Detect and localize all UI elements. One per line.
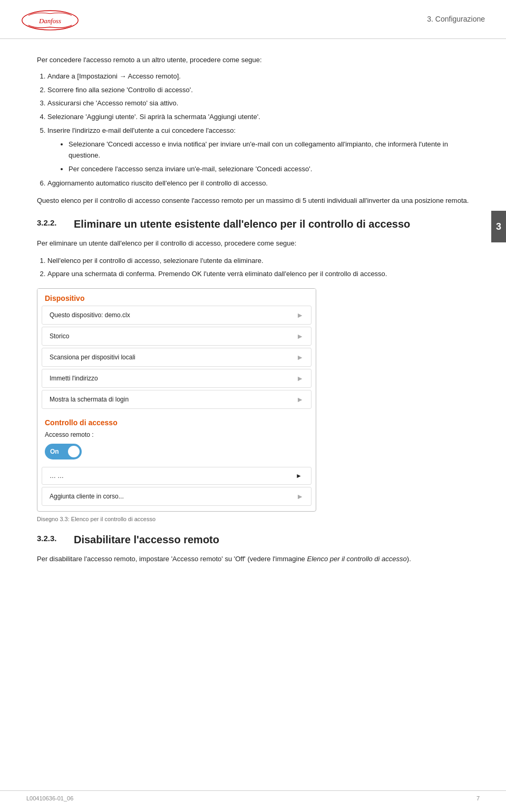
section-side-tab: 3	[491, 211, 506, 242]
footer-code: L00410636-01_06	[26, 795, 73, 801]
disable-text-after: ).	[407, 555, 411, 563]
section-323: 3.2.3. Disabilitare l'accesso remoto Per…	[37, 533, 480, 565]
intro-step-4: Selezionare 'Aggiungi utente'. Si aprirà…	[47, 112, 480, 123]
dots-text: ……	[50, 472, 65, 480]
section-323-heading: 3.2.3. Disabilitare l'accesso remoto	[37, 533, 480, 546]
arrow-icon-3: ►	[296, 353, 304, 361]
section-322-title: Eliminare un utente esistente dall'elenc…	[74, 217, 410, 231]
arrow-icon-dots: ►	[296, 472, 304, 480]
logo: Danfoss	[21, 9, 84, 33]
device-item-3: Scansiona per dispositivi locali ►	[42, 348, 312, 367]
access-control-section: Controllo di accesso Accesso remoto : On	[37, 414, 316, 467]
main-content: Per concedere l'accesso remoto a un altr…	[0, 39, 506, 581]
intro-step-1: Andare a [Impostazioni → Accesso remoto]…	[47, 71, 480, 82]
intro-steps-list: Andare a [Impostazioni → Accesso remoto]…	[47, 71, 480, 189]
device-item-1: Questo dispositivo: demo.clx ►	[42, 306, 312, 325]
intro-line: Per concedere l'accesso remoto a un altr…	[37, 55, 480, 66]
page-number: 7	[476, 795, 480, 801]
intro-step-6: Aggiornamento automatico riuscito dell'e…	[47, 178, 480, 189]
toggle-label: On	[45, 448, 59, 455]
arrow-icon-4: ►	[296, 374, 304, 383]
device-item-5: Mostra la schermata di login ►	[42, 390, 312, 409]
disable-text-before: Per disabilitare l'accesso remoto, impos…	[37, 555, 307, 563]
device-item-2: Storico ►	[42, 327, 312, 346]
page-header: Danfoss 3. Configurazione	[0, 0, 506, 39]
section-323-title: Disabilitare l'accesso remoto	[74, 533, 219, 546]
add-client-item: Aggiunta cliente in corso... ►	[42, 487, 312, 506]
intro-step-5: Inserire l'indirizzo e-mail dell'utente …	[47, 125, 480, 175]
danfoss-logo-svg: Danfoss	[21, 9, 79, 32]
figure-caption: Disegno 3.3: Elenco per il controllo di …	[37, 516, 480, 522]
access-control-header: Controllo di accesso	[45, 418, 308, 427]
page-footer: L00410636-01_06 7	[0, 790, 506, 801]
intro-step-2: Scorrere fino alla sezione 'Controllo di…	[47, 85, 480, 96]
device-section-header: Dispositivo	[37, 289, 316, 306]
page-section-title: 3. Configurazione	[427, 9, 485, 23]
bullet-2: Per concedere l'accesso senza inviare un…	[69, 164, 480, 175]
intro-step-3: Assicurarsi che 'Accesso remoto' sia att…	[47, 98, 480, 109]
section-322-number: 3.2.2.	[37, 217, 74, 227]
remote-access-toggle[interactable]: On	[45, 444, 82, 459]
device-item-4: Immetti l'indirizzo ►	[42, 369, 312, 388]
arrow-icon-add: ►	[296, 492, 304, 501]
arrow-icon-5: ►	[296, 395, 304, 404]
section-322-steps: Nell'elenco per il controllo di accesso,…	[47, 256, 480, 280]
section-323-number: 3.2.3.	[37, 533, 74, 543]
arrow-icon-1: ►	[296, 311, 304, 319]
section-322-heading: 3.2.2. Eliminare un utente esistente dal…	[37, 217, 480, 231]
dots-item: …… ►	[42, 467, 312, 485]
svg-text:Danfoss: Danfoss	[38, 17, 61, 25]
device-screenshot: Dispositivo Questo dispositivo: demo.clx…	[37, 288, 316, 512]
disable-text: Per disabilitare l'accesso remoto, impos…	[37, 554, 480, 565]
remote-access-label: Accesso remoto :	[45, 431, 94, 438]
summary-paragraph: Questo elenco per il controllo di access…	[37, 195, 480, 207]
section-322-intro: Per eliminare un utente dall'elenco per …	[37, 238, 480, 249]
section-322-step-2: Appare una schermata di conferma. Premen…	[47, 269, 480, 280]
arrow-icon-2: ►	[296, 332, 304, 340]
toggle-circle	[68, 446, 80, 457]
bullet-1: Selezionare 'Concedi accesso e invia not…	[69, 139, 480, 161]
remote-access-row: Accesso remoto :	[45, 431, 308, 438]
bullet-list: Selezionare 'Concedi accesso e invia not…	[69, 139, 480, 175]
disable-text-italic: Elenco per il controllo di accesso	[307, 555, 406, 563]
section-322-step-1: Nell'elenco per il controllo di accesso,…	[47, 256, 480, 267]
